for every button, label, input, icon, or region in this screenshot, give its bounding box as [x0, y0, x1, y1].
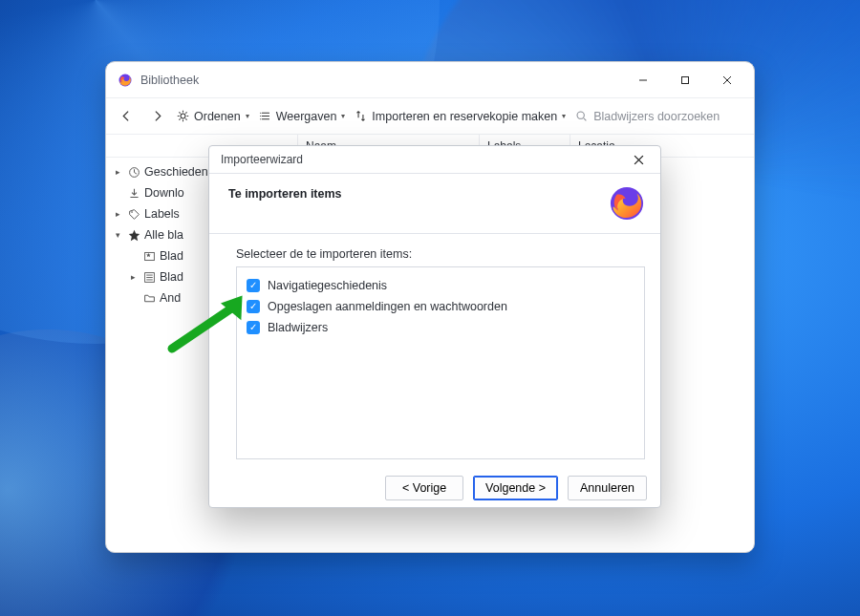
nav-forward-button[interactable]	[146, 106, 167, 127]
search-placeholder: Bladwijzers doorzoeken	[593, 110, 720, 123]
checkbox-checked-icon[interactable]: ✓	[247, 279, 260, 292]
firefox-icon	[118, 73, 133, 88]
dialog-body: Selecteer de te importeren items: ✓ Navi…	[209, 234, 660, 469]
checkbox-checked-icon[interactable]: ✓	[247, 321, 260, 334]
download-icon	[127, 187, 140, 200]
window-title: Bibliotheek	[140, 74, 622, 87]
toolbar-label: Ordenen	[194, 110, 241, 123]
organize-menu[interactable]: Ordenen ▾	[177, 110, 249, 123]
clock-icon	[127, 166, 140, 179]
svg-rect-1	[682, 76, 689, 83]
svg-point-5	[131, 211, 133, 213]
import-items-list: ✓ Navigatiegeschiedenis ✓ Opgeslagen aan…	[236, 266, 645, 459]
back-button[interactable]: < Vorige	[385, 476, 463, 500]
toolbar-label: Importeren en reservekopie maken	[372, 110, 557, 123]
dialog-buttons: < Vorige Volgende > Annuleren	[209, 469, 660, 507]
chevron-down-icon: ▾	[112, 230, 123, 240]
bookmark-menu-icon	[142, 271, 156, 284]
import-item-label: Opgeslagen aanmeldingen en wachtwoorden	[268, 300, 507, 313]
titlebar: Bibliotheek	[106, 62, 754, 98]
import-menu[interactable]: Importeren en reservekopie maken ▾	[355, 110, 566, 123]
chevron-right-icon: ▸	[112, 167, 123, 177]
chevron-down-icon: ▾	[562, 112, 566, 120]
dialog-heading: Te importeren items	[228, 187, 342, 201]
tree-label: Geschiedenis	[144, 165, 217, 179]
tag-icon	[127, 208, 140, 221]
import-export-icon	[355, 110, 367, 122]
tree-label: And	[160, 291, 181, 305]
folder-icon	[142, 292, 156, 305]
tree-label: Blad	[160, 270, 183, 284]
firefox-logo-icon	[607, 183, 647, 223]
chevron-right-icon: ▸	[127, 272, 139, 282]
nav-back-button[interactable]	[116, 106, 137, 127]
import-item-bookmarks[interactable]: ✓ Bladwijzers	[247, 317, 634, 338]
tree-label: Labels	[144, 207, 180, 221]
minimize-button[interactable]	[622, 66, 664, 95]
toolbar: Ordenen ▾ Weergaven ▾ Importeren en rese…	[106, 98, 754, 135]
maximize-button[interactable]	[664, 66, 706, 95]
svg-point-2	[181, 114, 185, 118]
import-item-logins[interactable]: ✓ Opgeslagen aanmeldingen en wachtwoorde…	[247, 296, 634, 317]
dialog-close-button[interactable]	[622, 146, 655, 173]
tree-label: Blad	[160, 249, 183, 263]
dialog-header: Te importeren items	[209, 174, 660, 234]
import-item-label: Navigatiegeschiedenis	[268, 279, 387, 292]
views-menu[interactable]: Weergaven ▾	[259, 110, 346, 123]
dialog-title: Importeerwizard	[221, 153, 303, 166]
tree-label: Alle bla	[144, 228, 183, 242]
chevron-right-icon: ▸	[112, 209, 123, 219]
search-input[interactable]: Bladwijzers doorzoeken	[575, 110, 744, 123]
search-icon	[575, 110, 588, 122]
cancel-button[interactable]: Annuleren	[568, 476, 647, 500]
list-icon	[259, 110, 271, 122]
chevron-down-icon: ▾	[246, 112, 249, 120]
import-item-history[interactable]: ✓ Navigatiegeschiedenis	[247, 275, 634, 296]
close-button[interactable]	[706, 66, 748, 95]
import-item-label: Bladwijzers	[268, 321, 328, 334]
import-wizard-dialog: Importeerwizard Te importeren items Sele…	[208, 145, 661, 508]
tree-label: Downlo	[144, 186, 184, 200]
toolbar-label: Weergaven	[276, 110, 337, 123]
svg-point-3	[577, 112, 584, 118]
dialog-prompt: Selecteer de te importeren items:	[236, 247, 645, 261]
next-button[interactable]: Volgende >	[473, 476, 558, 500]
star-icon	[127, 229, 140, 242]
checkbox-checked-icon[interactable]: ✓	[247, 300, 260, 313]
gear-icon	[177, 110, 189, 122]
chevron-down-icon: ▾	[341, 112, 345, 120]
bookmark-toolbar-icon	[142, 250, 156, 263]
dialog-titlebar: Importeerwizard	[209, 146, 660, 174]
